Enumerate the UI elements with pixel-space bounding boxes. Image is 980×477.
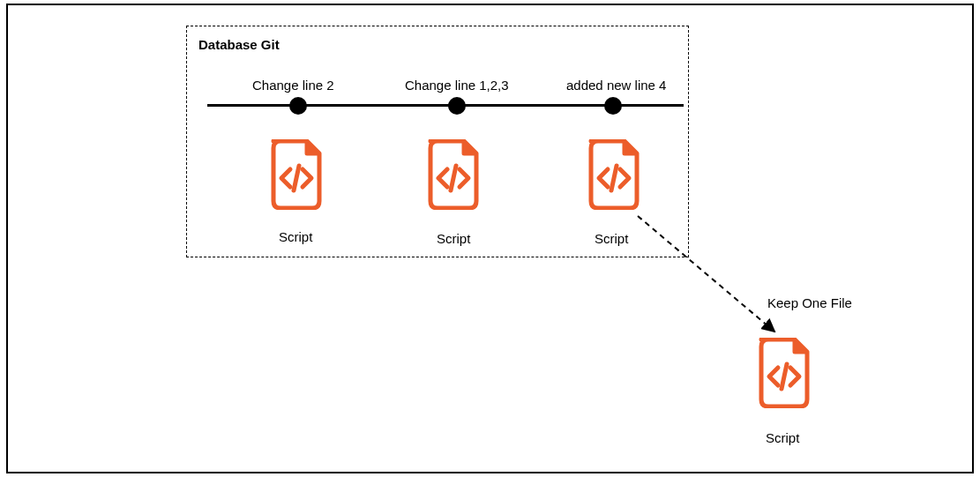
commit-label-1: Change line 2 [252, 78, 334, 93]
code-file-icon [265, 139, 326, 210]
script-label-1: Script [279, 229, 312, 244]
code-file-icon [422, 139, 483, 210]
commit-label-2: Change line 1,2,3 [405, 78, 509, 93]
box-title: Database Git [198, 37, 280, 52]
arrow-label: Keep One File [767, 295, 852, 310]
commit-label-3: added new line 4 [566, 78, 666, 93]
code-file-icon [582, 139, 644, 210]
script-label-3: Script [595, 231, 628, 246]
script-label-4: Script [766, 430, 799, 445]
commit-dot-2 [448, 97, 466, 115]
code-file-icon [752, 338, 814, 408]
commit-dot-3 [604, 97, 622, 115]
commit-dot-1 [289, 97, 307, 115]
script-label-2: Script [437, 231, 470, 246]
